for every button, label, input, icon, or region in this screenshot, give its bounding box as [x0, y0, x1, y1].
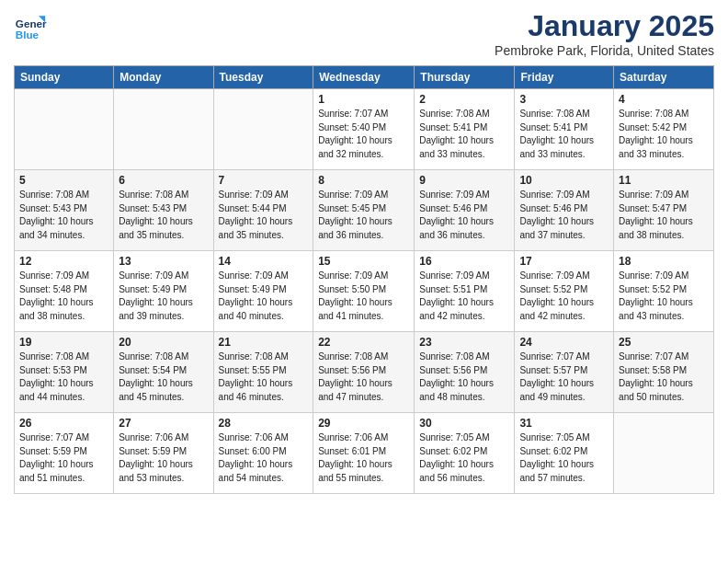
day-cell: 1Sunrise: 7:07 AM Sunset: 5:40 PM Daylig… — [313, 89, 415, 170]
day-cell: 24Sunrise: 7:07 AM Sunset: 5:57 PM Dayli… — [515, 332, 614, 413]
day-cell: 13Sunrise: 7:09 AM Sunset: 5:49 PM Dayli… — [114, 251, 213, 332]
day-info: Sunrise: 7:08 AM Sunset: 5:53 PM Dayligh… — [19, 350, 108, 404]
day-cell — [614, 413, 714, 494]
day-cell: 14Sunrise: 7:09 AM Sunset: 5:49 PM Dayli… — [213, 251, 313, 332]
day-info: Sunrise: 7:09 AM Sunset: 5:50 PM Dayligh… — [318, 270, 409, 323]
day-info: Sunrise: 7:06 AM Sunset: 5:59 PM Dayligh… — [119, 431, 208, 485]
day-cell: 23Sunrise: 7:08 AM Sunset: 5:56 PM Dayli… — [415, 332, 515, 413]
day-number: 21 — [219, 336, 309, 349]
day-cell: 6Sunrise: 7:08 AM Sunset: 5:43 PM Daylig… — [114, 170, 213, 251]
day-number: 24 — [519, 336, 609, 349]
week-row-5: 26Sunrise: 7:07 AM Sunset: 5:59 PM Dayli… — [15, 413, 714, 494]
weekday-header-tuesday: Tuesday — [213, 66, 313, 89]
day-number: 6 — [119, 174, 208, 187]
day-number: 16 — [419, 255, 509, 268]
day-cell: 20Sunrise: 7:08 AM Sunset: 5:54 PM Dayli… — [114, 332, 213, 413]
day-number: 2 — [419, 93, 509, 106]
day-number: 18 — [619, 255, 709, 268]
day-info: Sunrise: 7:09 AM Sunset: 5:45 PM Dayligh… — [318, 189, 409, 242]
day-info: Sunrise: 7:09 AM Sunset: 5:51 PM Dayligh… — [419, 270, 509, 323]
location: Pembroke Park, Florida, United States — [495, 43, 714, 58]
day-number: 27 — [119, 417, 208, 430]
day-cell: 5Sunrise: 7:08 AM Sunset: 5:43 PM Daylig… — [15, 170, 114, 251]
day-info: Sunrise: 7:09 AM Sunset: 5:49 PM Dayligh… — [119, 270, 208, 323]
day-info: Sunrise: 7:07 AM Sunset: 5:40 PM Dayligh… — [318, 108, 409, 161]
day-number: 9 — [419, 174, 509, 187]
day-number: 7 — [219, 174, 309, 187]
day-number: 4 — [619, 93, 709, 106]
weekday-header-wednesday: Wednesday — [313, 66, 415, 89]
day-cell: 29Sunrise: 7:06 AM Sunset: 6:01 PM Dayli… — [313, 413, 415, 494]
day-cell: 11Sunrise: 7:09 AM Sunset: 5:47 PM Dayli… — [614, 170, 714, 251]
day-cell: 4Sunrise: 7:08 AM Sunset: 5:42 PM Daylig… — [614, 89, 714, 170]
day-cell — [114, 89, 213, 170]
day-number: 29 — [318, 417, 409, 430]
day-cell: 15Sunrise: 7:09 AM Sunset: 5:50 PM Dayli… — [313, 251, 415, 332]
day-number: 23 — [419, 336, 509, 349]
day-info: Sunrise: 7:08 AM Sunset: 5:54 PM Dayligh… — [119, 350, 208, 404]
day-cell: 18Sunrise: 7:09 AM Sunset: 5:52 PM Dayli… — [614, 251, 714, 332]
day-number: 26 — [19, 417, 108, 430]
day-number: 28 — [219, 417, 309, 430]
day-info: Sunrise: 7:09 AM Sunset: 5:46 PM Dayligh… — [419, 189, 509, 242]
day-cell: 9Sunrise: 7:09 AM Sunset: 5:46 PM Daylig… — [415, 170, 515, 251]
day-number: 30 — [419, 417, 509, 430]
day-info: Sunrise: 7:07 AM Sunset: 5:58 PM Dayligh… — [619, 350, 709, 404]
day-number: 17 — [519, 255, 609, 268]
day-number: 19 — [19, 336, 108, 349]
day-cell: 25Sunrise: 7:07 AM Sunset: 5:58 PM Dayli… — [614, 332, 714, 413]
day-info: Sunrise: 7:07 AM Sunset: 5:57 PM Dayligh… — [519, 350, 609, 404]
day-number: 14 — [219, 255, 309, 268]
day-info: Sunrise: 7:09 AM Sunset: 5:48 PM Dayligh… — [19, 270, 108, 323]
weekday-header-monday: Monday — [114, 66, 213, 89]
day-info: Sunrise: 7:09 AM Sunset: 5:47 PM Dayligh… — [619, 189, 709, 242]
day-number: 11 — [619, 174, 709, 187]
svg-text:Blue: Blue — [16, 29, 40, 40]
day-cell: 7Sunrise: 7:09 AM Sunset: 5:44 PM Daylig… — [213, 170, 313, 251]
day-cell: 2Sunrise: 7:08 AM Sunset: 5:41 PM Daylig… — [415, 89, 515, 170]
day-info: Sunrise: 7:06 AM Sunset: 6:00 PM Dayligh… — [219, 431, 309, 485]
week-row-1: 1Sunrise: 7:07 AM Sunset: 5:40 PM Daylig… — [15, 89, 714, 170]
day-number: 25 — [619, 336, 709, 349]
day-cell: 21Sunrise: 7:08 AM Sunset: 5:55 PM Dayli… — [213, 332, 313, 413]
day-info: Sunrise: 7:06 AM Sunset: 6:01 PM Dayligh… — [318, 431, 409, 485]
day-number: 8 — [318, 174, 409, 187]
week-row-3: 12Sunrise: 7:09 AM Sunset: 5:48 PM Dayli… — [15, 251, 714, 332]
weekday-header-sunday: Sunday — [15, 66, 114, 89]
day-info: Sunrise: 7:08 AM Sunset: 5:42 PM Dayligh… — [619, 108, 709, 161]
weekday-header-friday: Friday — [515, 66, 614, 89]
day-info: Sunrise: 7:08 AM Sunset: 5:55 PM Dayligh… — [219, 350, 309, 404]
day-info: Sunrise: 7:08 AM Sunset: 5:43 PM Dayligh… — [19, 189, 108, 242]
day-info: Sunrise: 7:08 AM Sunset: 5:43 PM Dayligh… — [119, 189, 208, 242]
day-cell: 31Sunrise: 7:05 AM Sunset: 6:02 PM Dayli… — [515, 413, 614, 494]
calendar: SundayMondayTuesdayWednesdayThursdayFrid… — [14, 65, 714, 494]
title-block: January 2025 Pembroke Park, Florida, Uni… — [495, 9, 714, 58]
day-info: Sunrise: 7:09 AM Sunset: 5:52 PM Dayligh… — [619, 270, 709, 323]
day-number: 10 — [519, 174, 609, 187]
day-info: Sunrise: 7:08 AM Sunset: 5:41 PM Dayligh… — [519, 108, 609, 161]
day-number: 3 — [519, 93, 609, 106]
page-header: General Blue January 2025 Pembroke Park,… — [14, 9, 714, 58]
day-cell: 16Sunrise: 7:09 AM Sunset: 5:51 PM Dayli… — [415, 251, 515, 332]
day-number: 15 — [318, 255, 409, 268]
day-info: Sunrise: 7:05 AM Sunset: 6:02 PM Dayligh… — [519, 431, 609, 485]
logo-icon: General Blue — [14, 9, 47, 42]
day-info: Sunrise: 7:09 AM Sunset: 5:52 PM Dayligh… — [519, 270, 609, 323]
day-info: Sunrise: 7:09 AM Sunset: 5:49 PM Dayligh… — [219, 270, 309, 323]
day-cell — [213, 89, 313, 170]
day-number: 22 — [318, 336, 409, 349]
day-number: 31 — [519, 417, 609, 430]
weekday-header-row: SundayMondayTuesdayWednesdayThursdayFrid… — [15, 66, 714, 89]
day-info: Sunrise: 7:08 AM Sunset: 5:41 PM Dayligh… — [419, 108, 509, 161]
day-cell: 30Sunrise: 7:05 AM Sunset: 6:02 PM Dayli… — [415, 413, 515, 494]
day-info: Sunrise: 7:08 AM Sunset: 5:56 PM Dayligh… — [318, 350, 409, 404]
day-cell: 22Sunrise: 7:08 AM Sunset: 5:56 PM Dayli… — [313, 332, 415, 413]
day-number: 13 — [119, 255, 208, 268]
logo: General Blue — [14, 9, 47, 42]
day-cell: 19Sunrise: 7:08 AM Sunset: 5:53 PM Dayli… — [15, 332, 114, 413]
day-number: 5 — [19, 174, 108, 187]
day-info: Sunrise: 7:07 AM Sunset: 5:59 PM Dayligh… — [19, 431, 108, 485]
day-info: Sunrise: 7:09 AM Sunset: 5:44 PM Dayligh… — [219, 189, 309, 242]
day-cell — [15, 89, 114, 170]
day-cell: 10Sunrise: 7:09 AM Sunset: 5:46 PM Dayli… — [515, 170, 614, 251]
